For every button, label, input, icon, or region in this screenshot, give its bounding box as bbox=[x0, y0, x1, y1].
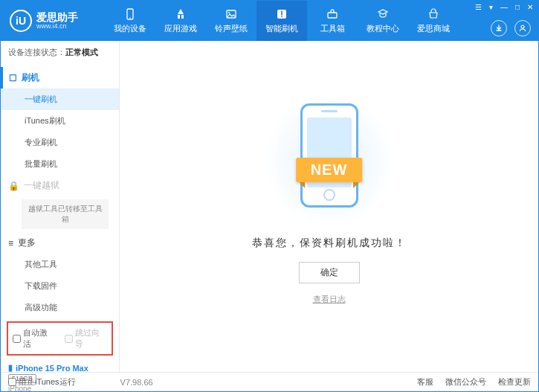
menu-icon[interactable]: ☰ bbox=[473, 2, 484, 12]
footer-wechat[interactable]: 微信公众号 bbox=[445, 376, 486, 388]
nav-label: 爱思商城 bbox=[417, 23, 450, 34]
svg-point-1 bbox=[129, 17, 131, 19]
svg-rect-5 bbox=[328, 13, 337, 18]
logo-title: 爱思助手 bbox=[36, 12, 78, 22]
logo-icon: iU bbox=[10, 10, 32, 32]
nav-label: 我的设备 bbox=[114, 23, 146, 34]
logo-url: www.i4.cn bbox=[36, 22, 78, 30]
lock-icon: 🔒 bbox=[8, 181, 19, 191]
sidebar-item-itunes-flash[interactable]: iTunes刷机 bbox=[1, 110, 119, 132]
footer-support[interactable]: 客服 bbox=[417, 376, 433, 388]
app-logo: iU 爱思助手 www.i4.cn bbox=[1, 10, 105, 32]
nav-label: 智能刷机 bbox=[265, 23, 298, 34]
sidebar-item-oneclick-flash[interactable]: 一键刷机 bbox=[1, 89, 119, 110]
sidebar-item-download-firmware[interactable]: 下载固件 bbox=[1, 275, 119, 297]
store-icon bbox=[427, 7, 440, 21]
minimize-icon[interactable]: — bbox=[498, 2, 510, 12]
sidebar-section-flash[interactable]: ☐ 刷机 bbox=[1, 67, 119, 89]
checkbox-auto-activate[interactable]: 自动激活 bbox=[13, 327, 56, 350]
tutorial-icon bbox=[376, 7, 390, 21]
view-log-link[interactable]: 查看日志 bbox=[313, 294, 346, 305]
nav-label: 铃声壁纸 bbox=[215, 23, 248, 34]
nav-toolbox[interactable]: 工具箱 bbox=[307, 1, 358, 41]
svg-point-6 bbox=[521, 25, 524, 28]
sidebar: 设备连接状态：正常模式 ☐ 刷机 一键刷机 iTunes刷机 专业刷机 批量刷机… bbox=[1, 41, 120, 372]
sidebar-section-jailbreak: 🔒 一键越狱 bbox=[1, 175, 119, 196]
user-button[interactable] bbox=[514, 20, 531, 36]
app-header: iU 爱思助手 www.i4.cn 我的设备 应用游戏 铃声壁纸 智能刷机 bbox=[1, 1, 538, 41]
top-nav: 我的设备 应用游戏 铃声壁纸 智能刷机 工具箱 教程中心 bbox=[105, 1, 459, 41]
close-icon[interactable]: ✕ bbox=[525, 2, 535, 12]
nav-label: 应用游戏 bbox=[164, 23, 197, 34]
version-label: V7.98.66 bbox=[120, 378, 153, 387]
nav-tutorials[interactable]: 教程中心 bbox=[358, 1, 408, 41]
device-icon bbox=[123, 7, 137, 21]
flash-icon bbox=[275, 7, 288, 21]
nav-ringtones-wallpapers[interactable]: 铃声壁纸 bbox=[206, 1, 256, 41]
media-icon bbox=[225, 7, 238, 21]
options-highlight-box: 自动激活 跳过向导 bbox=[7, 321, 113, 356]
connection-status: 设备连接状态：正常模式 bbox=[1, 41, 119, 64]
nav-store[interactable]: 爱思商城 bbox=[408, 1, 459, 41]
nav-label: 教程中心 bbox=[367, 23, 399, 34]
apps-icon bbox=[174, 7, 187, 21]
nav-apps-games[interactable]: 应用游戏 bbox=[155, 1, 206, 41]
ok-button[interactable]: 确定 bbox=[299, 262, 360, 283]
main-content: NEW 恭喜您，保资料刷机成功啦！ 确定 查看日志 bbox=[120, 41, 538, 372]
sidebar-section-more[interactable]: ≡ 更多 bbox=[1, 232, 119, 254]
window-controls: ☰ ▾ — □ ✕ bbox=[473, 2, 535, 12]
nav-smart-flash[interactable]: 智能刷机 bbox=[256, 1, 307, 41]
flash-section-icon: ☐ bbox=[9, 73, 17, 83]
new-ribbon: NEW bbox=[296, 158, 363, 182]
success-message: 恭喜您，保资料刷机成功啦！ bbox=[252, 237, 407, 250]
jailbreak-moved-note: 越狱工具已转移至工具箱 bbox=[22, 199, 109, 229]
success-illustration: NEW bbox=[262, 94, 396, 228]
sidebar-item-pro-flash[interactable]: 专业刷机 bbox=[1, 132, 119, 153]
tool-icon[interactable]: ▾ bbox=[487, 2, 495, 12]
footer: 阻止iTunes运行 V7.98.66 客服 微信公众号 检查更新 bbox=[1, 372, 538, 391]
maximize-icon[interactable]: □ bbox=[513, 2, 522, 12]
nav-label: 工具箱 bbox=[320, 23, 345, 34]
nav-my-device[interactable]: 我的设备 bbox=[105, 1, 155, 41]
sidebar-item-other-tools[interactable]: 其他工具 bbox=[1, 254, 119, 275]
sidebar-item-advanced[interactable]: 高级功能 bbox=[1, 297, 119, 318]
checkbox-skip-guide[interactable]: 跳过向导 bbox=[65, 327, 108, 350]
sidebar-item-batch-flash[interactable]: 批量刷机 bbox=[1, 153, 119, 175]
footer-check-update[interactable]: 检查更新 bbox=[498, 376, 531, 388]
download-button[interactable] bbox=[491, 20, 507, 36]
svg-point-3 bbox=[228, 12, 230, 13]
toolbox-icon bbox=[326, 7, 339, 21]
checkbox-block-itunes[interactable]: 阻止iTunes运行 bbox=[8, 376, 76, 388]
more-icon: ≡ bbox=[8, 238, 13, 248]
